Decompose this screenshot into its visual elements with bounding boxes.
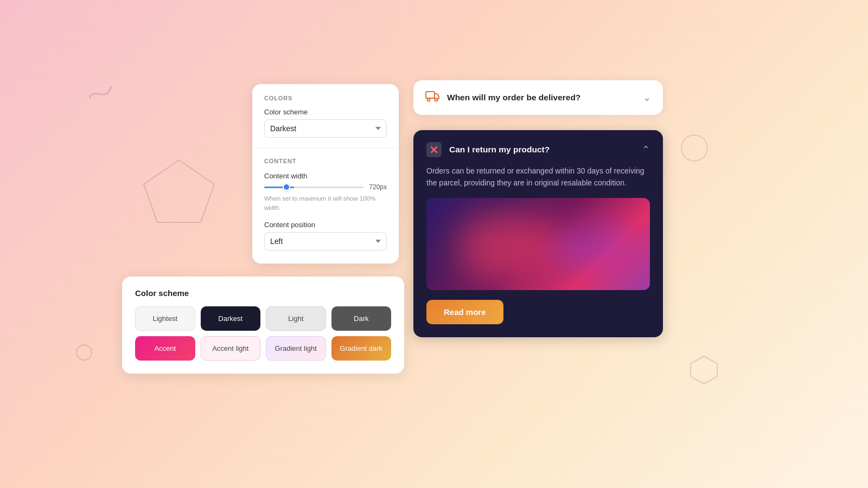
color-scheme-selector-card: Color scheme Lightest Darkest Light Dark… xyxy=(122,277,404,374)
faq-delivery-left: When will my order be delivered? xyxy=(425,90,580,105)
faq-return-header: Can I return my product? ⌃ xyxy=(426,142,650,157)
content-position-select[interactable]: Left Center Right xyxy=(264,232,387,251)
content-width-slider[interactable] xyxy=(264,187,363,188)
svg-point-3 xyxy=(427,99,430,101)
read-more-button[interactable]: Read more xyxy=(426,300,503,324)
scheme-btn-lightest[interactable]: Lightest xyxy=(135,306,195,331)
chevron-down-icon[interactable]: ⌄ xyxy=(643,92,651,104)
scheme-btn-darkest[interactable]: Darkest xyxy=(201,306,261,331)
faq-return-image xyxy=(426,198,650,290)
truck-icon xyxy=(425,90,439,105)
svg-marker-0 xyxy=(144,160,214,222)
content-position-label: Content position xyxy=(264,221,387,229)
svg-point-4 xyxy=(435,99,438,101)
colors-section-title: COLORS xyxy=(264,95,387,101)
scheme-btn-accent-light[interactable]: Accent light xyxy=(201,336,261,361)
faq-return-question: Can I return my product? xyxy=(449,145,550,155)
colors-panel-card: COLORS Color scheme Darkest Lightest Lig… xyxy=(252,84,399,264)
scheme-btn-accent[interactable]: Accent xyxy=(135,336,195,361)
slider-hint: When set to maximum it will show 100% wi… xyxy=(264,194,387,213)
scheme-btn-gradient-light[interactable]: Gradient light xyxy=(266,336,326,361)
deco-squiggle xyxy=(84,76,117,108)
svg-rect-2 xyxy=(426,92,435,98)
deco-hexagon xyxy=(689,355,719,385)
faq-return-left: Can I return my product? xyxy=(426,142,550,157)
color-scheme-label: Color scheme xyxy=(264,108,387,116)
content-section-title: CONTENT xyxy=(264,158,387,164)
faq-return-card: Can I return my product? ⌃ Orders can be… xyxy=(413,130,663,337)
image-blob-1 xyxy=(459,214,567,279)
scheme-btn-dark[interactable]: Dark xyxy=(331,306,392,331)
divider xyxy=(252,147,399,148)
color-scheme-selector-title: Color scheme xyxy=(135,288,391,298)
color-scheme-grid: Lightest Darkest Light Dark Accent Accen… xyxy=(135,306,391,361)
deco-circle-large xyxy=(681,134,708,162)
faq-return-answer: Orders can be returned or exchanged with… xyxy=(426,165,650,189)
deco-circle-small xyxy=(76,344,92,361)
deco-pentagon xyxy=(141,157,217,228)
faq-delivery-card: When will my order be delivered? ⌄ xyxy=(413,80,663,115)
image-blob-2 xyxy=(552,225,634,268)
content-width-label: Content width xyxy=(264,172,387,180)
chevron-up-icon[interactable]: ⌃ xyxy=(642,144,650,156)
content-width-value: 720px xyxy=(369,183,387,191)
scheme-btn-gradient-dark[interactable]: Gradient dark xyxy=(331,336,392,361)
svg-marker-1 xyxy=(691,356,717,384)
color-scheme-select[interactable]: Darkest Lightest Light Dark Accent Accen… xyxy=(264,119,387,138)
x-mark-icon xyxy=(426,142,442,157)
faq-delivery-question: When will my order be delivered? xyxy=(447,93,580,102)
scheme-btn-light[interactable]: Light xyxy=(266,306,326,331)
